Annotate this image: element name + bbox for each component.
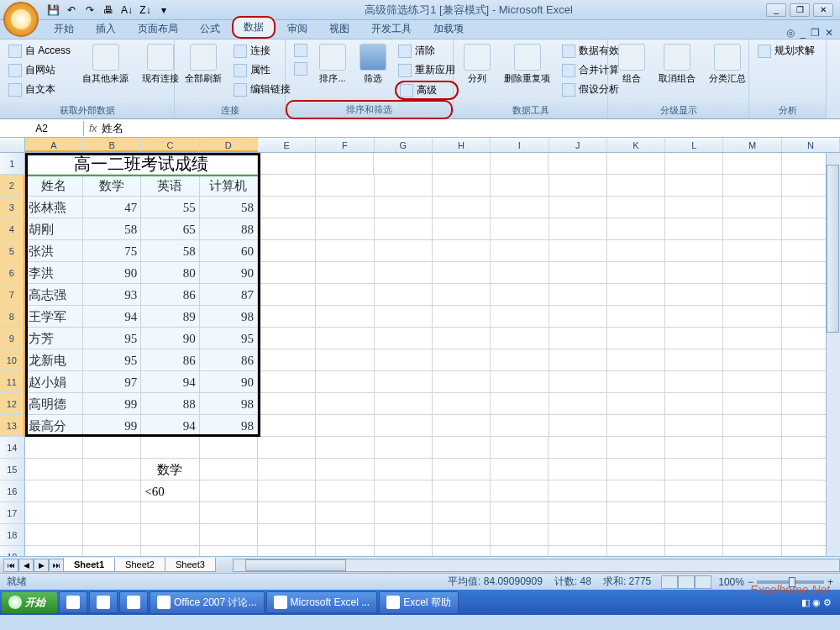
cell[interactable]: 95	[200, 328, 258, 349]
cell[interactable]	[83, 437, 141, 459]
cell[interactable]	[665, 371, 723, 393]
cell[interactable]: 80	[141, 262, 199, 284]
col-header[interactable]: F	[316, 138, 374, 152]
cell[interactable]: 高明德	[25, 393, 83, 415]
cell[interactable]	[316, 328, 374, 349]
cell[interactable]	[549, 306, 607, 328]
cell[interactable]	[665, 349, 723, 371]
qat-save-icon[interactable]: 💾	[45, 3, 60, 18]
cell[interactable]	[607, 502, 665, 524]
qat-sortdesc-icon[interactable]: Z↓	[138, 3, 153, 18]
cell[interactable]	[433, 284, 491, 306]
cell[interactable]	[433, 306, 491, 328]
cell[interactable]	[316, 502, 374, 524]
cell[interactable]	[607, 262, 665, 284]
cell[interactable]	[433, 459, 491, 480]
cell[interactable]	[200, 459, 258, 480]
cell[interactable]	[25, 459, 83, 480]
from-web-button[interactable]: 自网站	[5, 61, 74, 79]
name-box[interactable]: A2	[0, 121, 84, 136]
cell[interactable]: 95	[83, 349, 141, 371]
cell[interactable]	[316, 524, 374, 546]
cell[interactable]: 赵小娟	[25, 371, 83, 393]
cell[interactable]	[258, 480, 316, 502]
select-all-corner[interactable]	[0, 138, 25, 152]
cell[interactable]	[316, 437, 374, 459]
cell[interactable]	[316, 546, 374, 556]
row-header[interactable]: 11	[0, 371, 25, 393]
col-header[interactable]: J	[549, 138, 607, 152]
taskbar-item[interactable]: Microsoft Excel ...	[266, 591, 378, 613]
cell[interactable]: 94	[83, 306, 141, 328]
row-header[interactable]: 9	[0, 328, 25, 349]
cell[interactable]	[723, 153, 781, 175]
cell[interactable]	[433, 349, 491, 371]
sort-asc-button[interactable]	[291, 42, 311, 59]
cell[interactable]	[433, 480, 491, 502]
cell[interactable]	[549, 175, 607, 197]
cell[interactable]	[316, 371, 374, 393]
cell[interactable]	[665, 480, 723, 502]
cell[interactable]	[723, 349, 781, 371]
cell[interactable]: 86	[200, 349, 258, 371]
col-header[interactable]: K	[607, 138, 665, 152]
row-header[interactable]: 13	[0, 415, 25, 437]
refresh-all-button[interactable]: 全部刷新	[180, 42, 227, 87]
cell[interactable]: 89	[141, 306, 199, 328]
sheet-tab[interactable]: Sheet2	[114, 558, 165, 572]
cell[interactable]	[316, 284, 374, 306]
cell[interactable]	[491, 328, 549, 349]
cell[interactable]: 90	[141, 328, 199, 349]
hscroll-thumb[interactable]	[245, 559, 346, 571]
cell[interactable]	[665, 502, 723, 524]
cell[interactable]	[433, 240, 491, 262]
col-header[interactable]: H	[433, 138, 491, 152]
group-button[interactable]: 组合	[613, 42, 650, 87]
cell[interactable]	[665, 262, 723, 284]
cell[interactable]	[607, 546, 665, 556]
cell[interactable]	[83, 502, 141, 524]
cell[interactable]	[607, 284, 665, 306]
tab-insert[interactable]: 插入	[86, 19, 126, 39]
cell[interactable]	[607, 328, 665, 349]
cell[interactable]	[549, 459, 606, 480]
cell[interactable]	[607, 437, 665, 459]
cell[interactable]	[141, 546, 199, 556]
cell[interactable]	[491, 284, 549, 306]
cell[interactable]	[200, 502, 258, 524]
row-header[interactable]: 16	[0, 480, 25, 502]
cell[interactable]	[433, 393, 491, 415]
from-access-button[interactable]: 自 Access	[5, 42, 74, 60]
properties-button[interactable]: 属性	[230, 61, 294, 79]
cell[interactable]	[258, 197, 316, 218]
cell[interactable]: 李洪	[25, 262, 83, 284]
cell[interactable]: 95	[83, 328, 141, 349]
cell[interactable]: 93	[83, 284, 141, 306]
cell[interactable]	[258, 284, 316, 306]
cell[interactable]	[375, 218, 433, 240]
cell[interactable]	[258, 459, 316, 480]
tab-view[interactable]: 视图	[319, 19, 360, 39]
close-button[interactable]: ✕	[813, 3, 833, 17]
cell[interactable]: 99	[83, 393, 141, 415]
cell[interactable]: 王学军	[25, 306, 83, 328]
col-header[interactable]: N	[782, 138, 840, 152]
tab-pagelayout[interactable]: 页面布局	[128, 19, 188, 39]
row-header[interactable]: 7	[0, 284, 25, 306]
cell[interactable]	[607, 197, 665, 218]
cell[interactable]: 58	[141, 240, 199, 262]
cell[interactable]: 47	[83, 197, 141, 218]
cell[interactable]	[25, 480, 83, 502]
col-header[interactable]: B	[83, 138, 141, 152]
view-pagebreak-button[interactable]	[695, 575, 711, 589]
col-header[interactable]: E	[258, 138, 316, 152]
cell[interactable]	[549, 197, 607, 218]
connections-button[interactable]: 连接	[230, 42, 294, 60]
row-header[interactable]: 3	[0, 197, 25, 218]
cell[interactable]	[723, 437, 781, 459]
row-header[interactable]: 2	[0, 175, 25, 197]
qat-undo-icon[interactable]: ↶	[64, 3, 79, 18]
cell[interactable]	[665, 328, 723, 349]
formula-input[interactable]	[102, 122, 233, 135]
cell[interactable]: 高志强	[25, 284, 83, 306]
